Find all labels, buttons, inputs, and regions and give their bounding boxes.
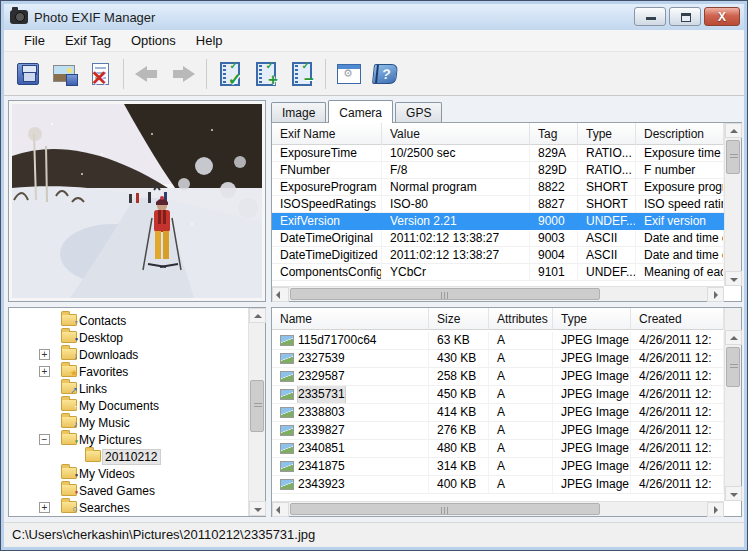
add-exif-tag-icon: + <box>256 62 276 86</box>
minimize-button[interactable] <box>634 7 666 26</box>
menu-file[interactable]: File <box>14 30 55 51</box>
table-row[interactable]: DateTimeOriginal2011:02:12 13:38:279003A… <box>272 230 724 247</box>
expand-icon[interactable]: + <box>39 502 50 513</box>
documents-folder-icon: ▫ <box>61 399 77 411</box>
file-row-selected[interactable]: 2335731450 KBAJPEG Image4/26/2011 12: <box>272 386 724 404</box>
scroll-right-button[interactable] <box>707 287 724 302</box>
remove-exif-tag-icon: − <box>292 62 312 86</box>
menu-exif-tag[interactable]: Exif Tag <box>55 30 121 51</box>
scroll-up-button[interactable] <box>725 330 742 345</box>
help-button[interactable] <box>368 57 402 91</box>
client-area: Image Camera GPS Exif Name Value Tag Typ… <box>4 96 744 522</box>
exif-vertical-scrollbar[interactable] <box>724 123 741 286</box>
menu-bar: File Exif Tag Options Help <box>4 30 744 52</box>
column-header[interactable]: Value <box>382 123 530 145</box>
tree-item-favorites[interactable]: +★Favorites <box>9 363 248 380</box>
delete-exif-button[interactable]: ✕ <box>83 57 117 91</box>
scroll-up-button[interactable] <box>725 123 742 138</box>
tree-item-my-videos[interactable]: ▪My Videos <box>9 465 248 482</box>
expand-icon[interactable]: + <box>39 349 50 360</box>
tree-item-saved-games[interactable]: ▪Saved Games <box>9 482 248 499</box>
tree-item-my-music[interactable]: ♪My Music <box>9 414 248 431</box>
photo-preview-panel <box>8 100 266 302</box>
exif-table-header: Exif Name Value Tag Type Description <box>272 123 741 145</box>
downloads-folder-icon: ↓ <box>61 348 77 360</box>
previous-image-icon <box>135 64 159 84</box>
scroll-left-button[interactable] <box>272 502 289 517</box>
tree-item-links[interactable]: ↗Links <box>9 380 248 397</box>
table-row[interactable]: ExposureTime10/2500 sec829ARATIO...Expos… <box>272 145 724 162</box>
exif-tab-strip: Image Camera GPS <box>271 100 444 122</box>
scroll-down-button[interactable] <box>249 501 266 516</box>
save-icon <box>17 63 39 85</box>
column-header[interactable]: Type <box>553 308 631 330</box>
scrollbar-thumb[interactable] <box>250 380 264 432</box>
list-horizontal-scrollbar[interactable] <box>272 501 724 516</box>
column-header[interactable]: Description <box>636 123 724 145</box>
next-image-button[interactable] <box>166 57 200 91</box>
column-header[interactable]: Tag <box>530 123 578 145</box>
table-row-selected[interactable]: ExifVersionVersion 2.219000UNDEF...Exif … <box>272 213 724 230</box>
add-exif-tag-button[interactable]: + <box>249 57 283 91</box>
column-header[interactable]: Type <box>578 123 636 145</box>
scrollbar-thumb[interactable] <box>290 288 600 300</box>
file-row[interactable]: 2340851480 KBAJPEG Image4/26/2011 12: <box>272 440 724 458</box>
red-x-icon: ✕ <box>91 70 108 86</box>
maximize-button[interactable] <box>669 7 701 26</box>
expand-icon[interactable]: + <box>39 366 50 377</box>
exif-horizontal-scrollbar[interactable] <box>272 286 724 301</box>
scroll-down-button[interactable] <box>725 271 742 286</box>
scroll-left-button[interactable] <box>272 287 289 302</box>
column-header[interactable]: Size <box>429 308 489 330</box>
jpeg-file-icon <box>280 461 294 472</box>
file-row[interactable]: 115d71700c6463 KBAJPEG Image4/26/2011 12… <box>272 332 724 350</box>
tree-item-searches[interactable]: +○Searches <box>9 499 248 516</box>
file-row[interactable]: 2343923400 KBAJPEG Image4/26/2011 12: <box>272 476 724 494</box>
scroll-down-button[interactable] <box>725 486 742 501</box>
column-header[interactable]: Name <box>272 308 429 330</box>
tree-item-desktop[interactable]: ▪Desktop <box>9 329 248 346</box>
table-row[interactable]: DateTimeDigitized2011:02:12 13:38:279004… <box>272 247 724 264</box>
column-header[interactable]: Attributes <box>489 308 553 330</box>
list-vertical-scrollbar[interactable] <box>724 308 741 501</box>
table-row[interactable]: FNumberF/8829DRATIO...F number <box>272 162 724 179</box>
table-row[interactable]: ComponentsConfig...YCbCr9101UNDEF...Mean… <box>272 264 724 281</box>
scrollbar-thumb[interactable] <box>726 347 740 387</box>
tab-image[interactable]: Image <box>271 102 326 122</box>
validate-exif-button[interactable]: ✓ <box>213 57 247 91</box>
table-row[interactable]: ExposureProgramNormal program8822SHORTEx… <box>272 179 724 196</box>
menu-help[interactable]: Help <box>186 30 233 51</box>
scrollbar-thumb[interactable] <box>290 503 600 515</box>
column-header[interactable]: Created <box>631 308 724 330</box>
tab-camera[interactable]: Camera <box>328 100 393 123</box>
scrollbar-thumb[interactable] <box>726 140 740 174</box>
scroll-right-button[interactable] <box>707 502 724 517</box>
file-row[interactable]: 2329587258 KBAJPEG Image4/26/2011 12: <box>272 368 724 386</box>
table-row[interactable]: ISOSpeedRatingsISO-808827SHORTISO speed … <box>272 196 724 213</box>
window-title: Photo EXIF Manager <box>34 10 155 25</box>
save-image-button[interactable] <box>47 57 81 91</box>
close-button[interactable]: X <box>704 7 740 26</box>
save-button[interactable] <box>11 57 45 91</box>
options-button[interactable] <box>332 57 366 91</box>
tree-item-20110212[interactable]: 20110212 <box>9 448 248 465</box>
file-row[interactable]: 2339827276 KBAJPEG Image4/26/2011 12: <box>272 422 724 440</box>
contacts-folder-icon: ▫ <box>61 314 77 326</box>
remove-exif-tag-button[interactable]: − <box>285 57 319 91</box>
tree-item-downloads[interactable]: +↓Downloads <box>9 346 248 363</box>
tree-vertical-scrollbar[interactable] <box>248 308 265 516</box>
file-row[interactable]: 2341875314 KBAJPEG Image4/26/2011 12: <box>272 458 724 476</box>
collapse-icon[interactable]: − <box>39 434 50 445</box>
tree-item-my-documents[interactable]: ▫My Documents <box>9 397 248 414</box>
scroll-up-button[interactable] <box>249 308 266 323</box>
jpeg-file-icon <box>280 425 294 436</box>
tree-item-contacts[interactable]: ▫Contacts <box>9 312 248 329</box>
menu-options[interactable]: Options <box>121 30 186 51</box>
file-row[interactable]: 2338803414 KBAJPEG Image4/26/2011 12: <box>272 404 724 422</box>
file-row[interactable]: 2327539430 KBAJPEG Image4/26/2011 12: <box>272 350 724 368</box>
previous-image-button[interactable] <box>130 57 164 91</box>
favorites-folder-icon: ★ <box>61 365 77 377</box>
tab-gps[interactable]: GPS <box>395 102 442 122</box>
tree-item-my-pictures[interactable]: −▪My Pictures <box>9 431 248 448</box>
column-header[interactable]: Exif Name <box>272 123 382 145</box>
